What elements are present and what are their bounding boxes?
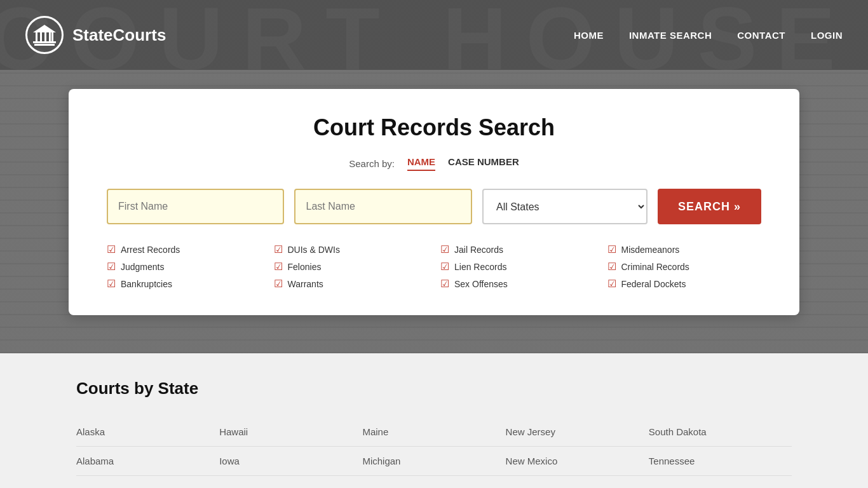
svg-rect-6 [51, 32, 53, 41]
state-column: New JerseyNew Mexico [506, 417, 649, 476]
feature-label: DUIs & DWIs [288, 245, 340, 255]
svg-rect-3 [40, 32, 42, 41]
state-link[interactable]: Alabama [76, 447, 219, 476]
feature-item: ☑Warrants [274, 278, 428, 290]
search-card: Court Records Search Search by: NAME CAS… [69, 89, 799, 315]
check-icon: ☑ [440, 261, 449, 273]
feature-label: Jail Records [454, 245, 503, 255]
state-link[interactable]: Alaska [76, 417, 219, 447]
check-icon: ☑ [107, 261, 116, 273]
svg-rect-1 [33, 41, 56, 43]
feature-label: Sex Offenses [454, 279, 508, 289]
page-title: Court Records Search [107, 114, 761, 141]
state-link[interactable]: Maine [362, 417, 505, 447]
feature-label: Warrants [288, 279, 323, 289]
nav-home[interactable]: HOME [574, 30, 604, 41]
check-icon: ☑ [440, 278, 449, 290]
svg-rect-0 [34, 44, 55, 46]
feature-item: ☑Arrest Records [107, 243, 261, 255]
state-column: HawaiiIowa [219, 417, 362, 476]
state-column: MaineMichigan [362, 417, 505, 476]
feature-item: ☑Bankruptcies [107, 278, 261, 290]
feature-item: ☑Felonies [274, 261, 428, 273]
feature-item: ☑Judgments [107, 261, 261, 273]
header: StateCourts HOME INMATE SEARCH CONTACT L… [0, 0, 868, 70]
feature-label: Felonies [288, 262, 322, 272]
feature-item: ☑Jail Records [440, 243, 595, 255]
first-name-input[interactable] [107, 189, 284, 224]
feature-item: ☑Misdemeanors [607, 243, 762, 255]
feature-label: Criminal Records [621, 262, 689, 272]
state-link[interactable]: Tennessee [649, 447, 792, 476]
check-icon: ☑ [107, 278, 116, 290]
search-by-row: Search by: NAME CASE NUMBER [107, 156, 761, 171]
feature-item: ☑Lien Records [440, 261, 595, 273]
check-icon: ☑ [607, 243, 616, 255]
svg-rect-5 [49, 32, 51, 41]
state-column: South DakotaTennessee [649, 417, 792, 476]
feature-label: Arrest Records [121, 245, 180, 255]
states-grid: AlaskaAlabamaHawaiiIowaMaineMichiganNew … [76, 417, 792, 476]
features-grid: ☑Arrest Records☑DUIs & DWIs☑Jail Records… [107, 243, 761, 290]
feature-item: ☑Federal Dockets [607, 278, 762, 290]
state-link[interactable]: Hawaii [219, 417, 362, 447]
search-form: All StatesAlabamaAlaskaArizonaArkansasCa… [107, 189, 761, 224]
nav-contact[interactable]: CONTACT [737, 30, 785, 41]
main-section: Court Records Search Search by: NAME CAS… [0, 70, 868, 353]
state-link[interactable]: Michigan [362, 447, 505, 476]
logo-text: StateCourts [72, 25, 166, 45]
tab-case-number[interactable]: CASE NUMBER [448, 156, 519, 171]
check-icon: ☑ [274, 278, 283, 290]
main-nav: HOME INMATE SEARCH CONTACT LOGIN [574, 30, 843, 41]
bottom-section: Courts by State AlaskaAlabamaHawaiiIowaM… [0, 353, 868, 488]
feature-label: Bankruptcies [121, 279, 172, 289]
logo-icon [25, 16, 64, 54]
tab-name[interactable]: NAME [407, 156, 435, 171]
search-by-label: Search by: [349, 158, 395, 169]
check-icon: ☑ [107, 243, 116, 255]
check-icon: ☑ [607, 278, 616, 290]
svg-rect-2 [36, 32, 37, 41]
state-link[interactable]: Iowa [219, 447, 362, 476]
last-name-input[interactable] [294, 189, 471, 224]
state-select[interactable]: All StatesAlabamaAlaskaArizonaArkansasCa… [482, 189, 648, 224]
feature-label: Lien Records [454, 262, 507, 272]
feature-item: ☑DUIs & DWIs [274, 243, 428, 255]
check-icon: ☑ [440, 243, 449, 255]
state-link[interactable]: South Dakota [649, 417, 792, 447]
state-column: AlaskaAlabama [76, 417, 219, 476]
feature-label: Misdemeanors [621, 245, 680, 255]
feature-item: ☑Criminal Records [607, 261, 762, 273]
nav-inmate-search[interactable]: INMATE SEARCH [629, 30, 712, 41]
feature-label: Judgments [121, 262, 164, 272]
search-button[interactable]: SEARCH » [658, 189, 761, 224]
logo-area: StateCourts [25, 16, 166, 54]
check-icon: ☑ [274, 243, 283, 255]
check-icon: ☑ [607, 261, 616, 273]
svg-marker-7 [33, 25, 56, 32]
feature-item: ☑Sex Offenses [440, 278, 595, 290]
check-icon: ☑ [274, 261, 283, 273]
feature-label: Federal Dockets [621, 279, 686, 289]
nav-login[interactable]: LOGIN [811, 30, 843, 41]
svg-rect-4 [44, 32, 46, 41]
state-link[interactable]: New Mexico [506, 447, 649, 476]
courts-title: Courts by State [76, 379, 792, 398]
state-link[interactable]: New Jersey [506, 417, 649, 447]
